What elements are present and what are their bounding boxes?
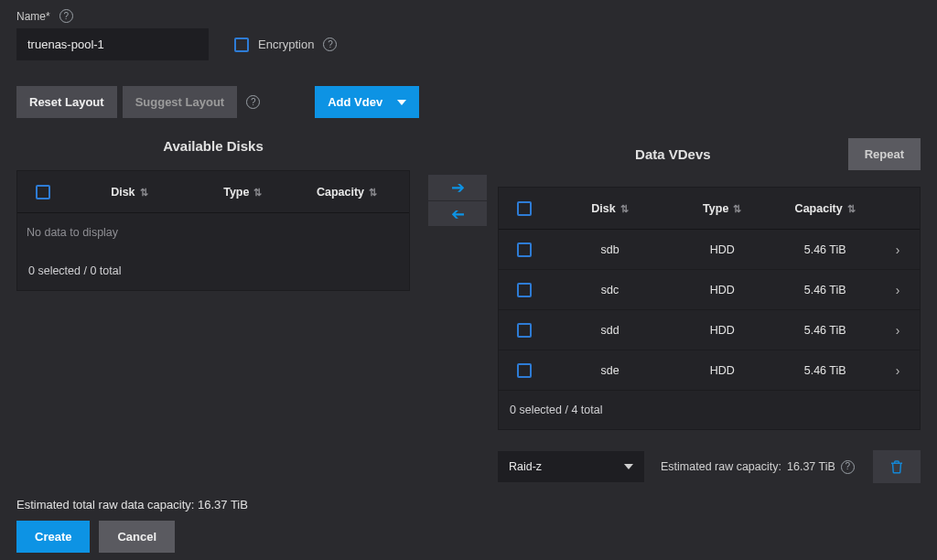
- help-icon[interactable]: ?: [841, 460, 855, 474]
- cell-capacity: 5.46 TiB: [769, 284, 881, 296]
- encryption-checkbox[interactable]: [234, 38, 249, 52]
- sort-icon: ⇅: [369, 187, 377, 198]
- add-vdev-button[interactable]: Add Vdev: [315, 86, 419, 118]
- col-header-capacity[interactable]: Capacity⇅: [769, 202, 881, 215]
- cell-capacity: 5.46 TiB: [769, 324, 881, 337]
- col-header-type[interactable]: Type⇅: [196, 186, 290, 199]
- available-footer: 0 selected / 0 total: [17, 252, 409, 290]
- reset-layout-button[interactable]: Reset Layout: [16, 86, 117, 118]
- chevron-right-icon[interactable]: ›: [881, 363, 914, 378]
- sort-icon: ⇅: [620, 203, 629, 214]
- delete-vdev-button[interactable]: [873, 450, 921, 483]
- table-row[interactable]: sdd HDD 5.46 TiB ›: [499, 310, 920, 350]
- available-empty-text: No data to display: [17, 213, 409, 252]
- table-row[interactable]: sdc HDD 5.46 TiB ›: [499, 270, 920, 310]
- sort-icon: ⇅: [733, 203, 741, 214]
- cell-disk: sdb: [544, 243, 675, 256]
- chevron-right-icon[interactable]: ›: [881, 323, 914, 338]
- caret-down-icon: [397, 100, 406, 105]
- create-button[interactable]: Create: [16, 521, 90, 553]
- chevron-right-icon[interactable]: ›: [881, 283, 914, 297]
- total-capacity-label: Estimated total raw data capacity:: [16, 498, 194, 512]
- suggest-layout-button[interactable]: Suggest Layout: [123, 86, 238, 118]
- col-header-disk[interactable]: Disk⇅: [544, 202, 675, 215]
- row-checkbox[interactable]: [517, 242, 532, 257]
- pool-name-input[interactable]: [16, 28, 209, 60]
- total-capacity-value: 16.37 TiB: [198, 498, 248, 512]
- chevron-right-icon[interactable]: ›: [881, 242, 914, 257]
- data-vdevs-table: Disk⇅ Type⇅ Capacity⇅ sdb HDD 5.46 TiB ›…: [498, 187, 921, 430]
- cancel-button[interactable]: Cancel: [99, 521, 175, 553]
- raid-selected-label: Raid-z: [509, 460, 542, 473]
- row-checkbox[interactable]: [517, 323, 532, 338]
- col-header-capacity[interactable]: Capacity⇅: [290, 186, 404, 199]
- row-checkbox[interactable]: [517, 283, 532, 297]
- select-all-checkbox[interactable]: [36, 185, 50, 199]
- estimated-raw-value: 16.37 TiB: [787, 460, 835, 473]
- select-all-checkbox[interactable]: [517, 201, 532, 216]
- caret-down-icon: [624, 464, 633, 469]
- move-right-button[interactable]: ➔: [428, 175, 487, 200]
- transfer-arrows: ➔ ➔: [428, 175, 487, 226]
- table-row[interactable]: sdb HDD 5.46 TiB ›: [499, 230, 920, 270]
- table-row[interactable]: sde HDD 5.46 TiB ›: [499, 350, 920, 391]
- cell-type: HDD: [675, 364, 769, 377]
- cell-disk: sde: [544, 364, 675, 377]
- row-checkbox[interactable]: [517, 363, 532, 378]
- name-label: Name*: [16, 10, 50, 23]
- available-disks-table: Disk⇅ Type⇅ Capacity⇅ No data to display…: [16, 170, 410, 291]
- cell-disk: sdc: [544, 284, 675, 296]
- vdevs-footer: 0 selected / 4 total: [499, 391, 920, 429]
- available-disks-title: Available Disks: [16, 138, 410, 154]
- data-vdevs-title: Data VDevs: [498, 146, 848, 162]
- move-left-button[interactable]: ➔: [428, 200, 487, 226]
- help-icon[interactable]: ?: [246, 95, 260, 109]
- help-icon[interactable]: ?: [323, 38, 337, 51]
- sort-icon: ⇅: [253, 187, 262, 198]
- cell-type: HDD: [675, 324, 769, 337]
- repeat-button[interactable]: Repeat: [848, 138, 921, 170]
- raid-type-select[interactable]: Raid-z: [498, 451, 644, 482]
- cell-type: HDD: [675, 284, 769, 296]
- help-icon[interactable]: ?: [59, 9, 73, 23]
- cell-type: HDD: [675, 243, 769, 256]
- col-header-disk[interactable]: Disk⇅: [63, 186, 196, 199]
- sort-icon: ⇅: [847, 203, 856, 214]
- cell-capacity: 5.46 TiB: [769, 364, 881, 377]
- add-vdev-label: Add Vdev: [328, 95, 382, 109]
- encryption-label: Encryption: [258, 38, 314, 51]
- sort-icon: ⇅: [140, 187, 148, 198]
- cell-capacity: 5.46 TiB: [769, 243, 881, 256]
- estimated-raw-label: Estimated raw capacity:: [661, 460, 781, 473]
- cell-disk: sdd: [544, 324, 675, 337]
- col-header-type[interactable]: Type⇅: [675, 202, 769, 215]
